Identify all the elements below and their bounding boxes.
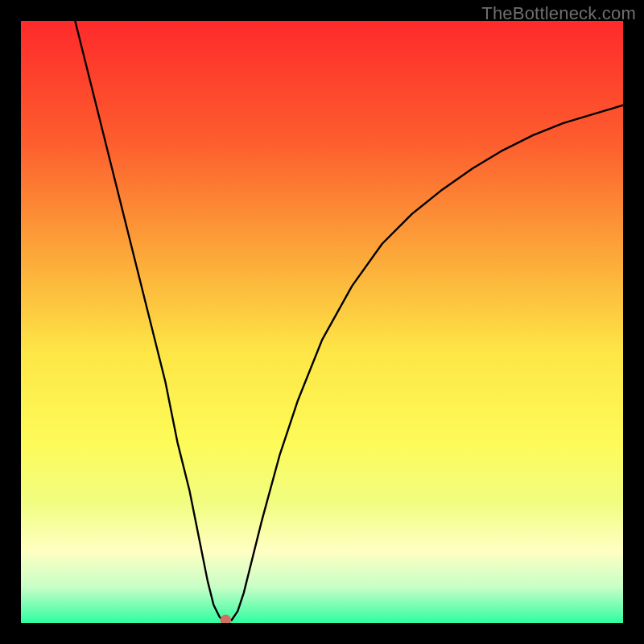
- marker-dot: [221, 615, 231, 623]
- watermark-label: TheBottleneck.com: [481, 3, 636, 24]
- bottleneck-curve: [21, 21, 623, 623]
- plot-frame: [21, 21, 623, 623]
